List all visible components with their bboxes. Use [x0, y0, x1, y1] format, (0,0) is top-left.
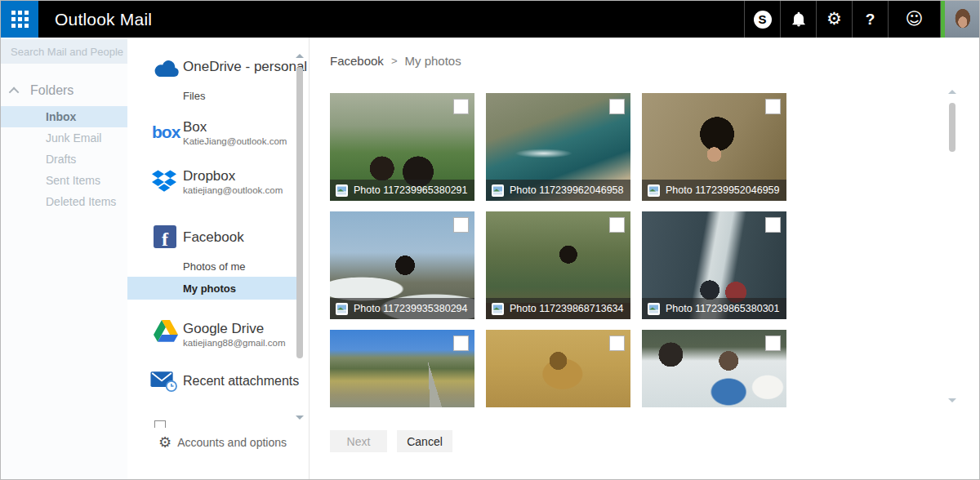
gear-icon: ⚙ — [826, 11, 842, 28]
gear-icon-small: ⚙ — [158, 435, 172, 450]
photo-checkbox[interactable] — [453, 99, 469, 114]
skype-button[interactable]: S — [744, 1, 780, 38]
breadcrumb-facebook[interactable]: Facebook — [330, 54, 384, 68]
facebook-icon: f — [154, 225, 176, 248]
mail-sidebar: Folders Inbox Junk Email Drafts Sent Ite… — [1, 38, 127, 480]
accounts-and-options-button[interactable]: ⚙ Accounts and options — [158, 435, 287, 450]
photo-thumbnail[interactable] — [486, 330, 630, 407]
accounts-and-options-label: Accounts and options — [177, 436, 287, 449]
photo-checkbox[interactable] — [609, 99, 625, 114]
google-drive-icon — [154, 320, 178, 342]
breadcrumb-my-photos: My photos — [404, 54, 461, 68]
panel-scrollbar-thumb[interactable] — [296, 67, 303, 358]
outlook-mail-window: Outlook Mail S ⚙ ? ☺ — [0, 0, 980, 480]
bell-icon — [791, 11, 807, 28]
feedback-button[interactable]: ☺ — [888, 1, 940, 38]
waffle-grid-icon — [11, 11, 29, 28]
photo-checkbox[interactable] — [453, 217, 469, 233]
photo-label: Photo 117239865380301 — [666, 303, 780, 314]
folders-header-label: Folders — [30, 83, 74, 98]
content-scroll-down-arrow[interactable] — [948, 398, 956, 402]
photo-picker-content: Facebook > My photos Photo 1172399653802… — [310, 38, 980, 480]
photo-label-bar: Photo 117239952046959 — [642, 180, 786, 201]
cancel-button[interactable]: Cancel — [397, 430, 452, 452]
photo-label: Photo 117239868713634 — [510, 303, 624, 314]
breadcrumb: Facebook > My photos — [330, 54, 461, 68]
account-avatar-button[interactable] — [940, 1, 979, 38]
dropbox-icon — [152, 170, 176, 192]
picture-icon — [648, 303, 660, 315]
sidebar-item-drafts[interactable]: Drafts — [1, 149, 127, 170]
photo-checkbox[interactable] — [609, 217, 625, 233]
app-launcher-button[interactable] — [1, 1, 38, 38]
photo-checkbox[interactable] — [765, 336, 781, 351]
avatar — [945, 1, 979, 38]
skype-icon: S — [754, 11, 772, 29]
photo-thumbnail[interactable]: Photo 117239952046959 — [642, 93, 786, 201]
panel-scroll-down-arrow[interactable] — [296, 416, 304, 420]
photo-checkbox[interactable] — [765, 217, 781, 233]
photo-label-bar: Photo 117239965380291 — [330, 180, 474, 201]
box-icon: box — [152, 123, 180, 140]
source-box[interactable]: Box — [183, 119, 207, 136]
breadcrumb-separator: > — [391, 55, 398, 67]
photo-checkbox[interactable] — [609, 336, 625, 351]
source-google-drive[interactable]: Google Drive — [183, 321, 264, 337]
photo-label: Photo 117239952046959 — [666, 184, 780, 196]
attachment-source-panel: OneDrive - personal Files box Box KatieJ… — [127, 38, 310, 480]
panel-scroll-up-arrow[interactable] — [296, 54, 304, 58]
next-button[interactable]: Next — [330, 430, 387, 452]
photo-label-bar: Photo 117239865380301 — [642, 298, 786, 319]
recent-attachments-icon — [150, 371, 178, 392]
photo-checkbox[interactable] — [453, 336, 469, 351]
sidebar-item-inbox[interactable]: Inbox — [1, 106, 127, 127]
picture-icon — [492, 184, 504, 197]
top-bar: Outlook Mail S ⚙ ? ☺ — [1, 1, 979, 38]
photo-checkbox[interactable] — [765, 99, 781, 114]
source-recent-attachments[interactable]: Recent attachments — [183, 374, 299, 389]
picture-icon — [492, 303, 504, 315]
help-button[interactable]: ? — [852, 1, 888, 38]
photo-label-bar: Photo 117239868713634 — [486, 298, 630, 319]
photo-label: Photo 117239962046958 — [510, 184, 624, 196]
folders-header[interactable]: Folders — [11, 83, 127, 98]
photo-thumbnail[interactable]: Photo 117239865380301 — [642, 211, 786, 319]
picture-icon — [336, 184, 348, 197]
content-scroll-up-arrow[interactable] — [948, 90, 956, 94]
search-input[interactable] — [1, 39, 127, 64]
source-onedrive[interactable]: OneDrive - personal — [183, 59, 307, 75]
picture-icon — [336, 303, 348, 315]
topbar-actions: S ⚙ ? ☺ — [744, 1, 979, 38]
onedrive-icon — [154, 60, 180, 77]
source-onedrive-files[interactable]: Files — [183, 90, 205, 102]
photo-thumbnail[interactable]: Photo 117239868713634 — [486, 211, 630, 319]
photo-thumbnail[interactable] — [330, 330, 474, 407]
settings-button[interactable]: ⚙ — [816, 1, 852, 38]
help-icon: ? — [866, 11, 875, 29]
computer-icon-partial — [154, 420, 166, 428]
app-title: Outlook Mail — [55, 1, 744, 38]
photo-thumbnail[interactable]: Photo 117239962046958 — [486, 93, 630, 201]
smiley-icon: ☺ — [906, 11, 924, 28]
photo-label-bar: Photo 117239935380294 — [330, 298, 474, 319]
chevron-up-icon — [9, 87, 20, 97]
source-dropbox[interactable]: Dropbox — [183, 168, 235, 184]
facebook-my-photos[interactable]: My photos — [183, 282, 236, 295]
photo-thumbnail[interactable] — [642, 330, 786, 407]
source-facebook[interactable]: Facebook — [183, 229, 244, 246]
photo-label: Photo 117239935380294 — [354, 303, 468, 314]
notifications-button[interactable] — [780, 1, 816, 38]
photo-thumbnail[interactable]: Photo 117239935380294 — [330, 211, 474, 319]
facebook-photos-of-me[interactable]: Photos of me — [183, 260, 246, 273]
photo-label: Photo 117239965380291 — [354, 184, 468, 196]
sidebar-item-deleted-items[interactable]: Deleted Items — [1, 191, 127, 212]
picture-icon — [648, 184, 660, 197]
source-box-account: KatieJiang@outlook.com — [183, 136, 287, 146]
sidebar-item-junk-email[interactable]: Junk Email — [1, 127, 127, 149]
sidebar-item-sent-items[interactable]: Sent Items — [1, 170, 127, 191]
photo-thumbnail[interactable]: Photo 117239965380291 — [330, 93, 474, 201]
source-dropbox-account: katiejiang@outlook.com — [183, 185, 283, 195]
photo-label-bar: Photo 117239962046958 — [486, 180, 630, 201]
source-google-drive-account: katiejiang88@gmail.com — [183, 338, 285, 348]
content-scrollbar-thumb[interactable] — [949, 103, 956, 152]
